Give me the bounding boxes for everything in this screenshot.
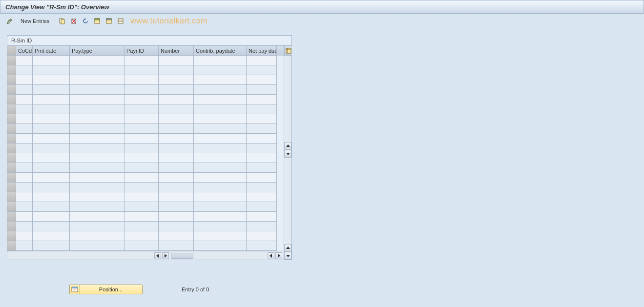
cell-payrid[interactable]: [125, 65, 159, 75]
cell-number[interactable]: [159, 134, 194, 143]
cell-payrid[interactable]: [125, 222, 159, 231]
row-selector[interactable]: [7, 231, 16, 241]
cell-pmtdate[interactable]: [33, 65, 70, 75]
cell-contrib[interactable]: [194, 75, 247, 85]
cell-cocd[interactable]: [16, 183, 33, 192]
cell-payrid[interactable]: [125, 163, 159, 173]
cell-cocd[interactable]: [16, 124, 33, 134]
cell-pmtdate[interactable]: [33, 75, 70, 85]
cell-paytype[interactable]: [70, 153, 125, 163]
row-selector[interactable]: [7, 173, 16, 183]
cell-pmtdate[interactable]: [33, 95, 70, 104]
row-selector[interactable]: [7, 143, 16, 153]
row-selector[interactable]: [7, 124, 16, 134]
cell-cocd[interactable]: [16, 212, 33, 222]
cell-paytype[interactable]: [70, 202, 125, 212]
cell-pmtdate[interactable]: [33, 202, 70, 212]
cell-payrid[interactable]: [125, 212, 159, 222]
row-selector[interactable]: [7, 85, 16, 95]
cell-cocd[interactable]: [16, 85, 33, 95]
cell-paytype[interactable]: [70, 163, 125, 173]
cell-payrid[interactable]: [125, 153, 159, 163]
table-settings-icon[interactable]: [284, 46, 292, 56]
row-selector[interactable]: [7, 95, 16, 104]
cell-number[interactable]: [159, 143, 194, 153]
cell-payrid[interactable]: [125, 95, 159, 104]
cell-payrid[interactable]: [125, 85, 159, 95]
column-header-cocd[interactable]: CoCd: [16, 46, 33, 56]
cell-netpay[interactable]: [247, 202, 277, 212]
cell-paytype[interactable]: [70, 114, 125, 124]
cell-cocd[interactable]: [16, 143, 33, 153]
cell-netpay[interactable]: [247, 95, 277, 104]
cell-number[interactable]: [159, 124, 194, 134]
scroll-down-icon[interactable]: [284, 150, 291, 158]
cell-paytype[interactable]: [70, 222, 125, 231]
cell-netpay[interactable]: [247, 222, 277, 231]
scroll-right-icon[interactable]: [162, 252, 169, 259]
cell-pmtdate[interactable]: [33, 85, 70, 95]
cell-number[interactable]: [159, 222, 194, 231]
cell-contrib[interactable]: [194, 192, 247, 202]
cell-paytype[interactable]: [70, 56, 125, 65]
cell-number[interactable]: [159, 202, 194, 212]
cell-cocd[interactable]: [16, 104, 33, 114]
cell-netpay[interactable]: [247, 75, 277, 85]
cell-contrib[interactable]: [194, 124, 247, 134]
row-selector[interactable]: [7, 134, 16, 143]
cell-number[interactable]: [159, 212, 194, 222]
cell-paytype[interactable]: [70, 212, 125, 222]
cell-number[interactable]: [159, 95, 194, 104]
cell-cocd[interactable]: [16, 241, 33, 251]
row-selector[interactable]: [7, 183, 16, 192]
cell-payrid[interactable]: [125, 56, 159, 65]
cell-cocd[interactable]: [16, 173, 33, 183]
row-selector[interactable]: [7, 104, 16, 114]
cell-pmtdate[interactable]: [33, 192, 70, 202]
cell-netpay[interactable]: [247, 65, 277, 75]
cell-paytype[interactable]: [70, 95, 125, 104]
row-selector[interactable]: [7, 202, 16, 212]
cell-number[interactable]: [159, 56, 194, 65]
cell-payrid[interactable]: [125, 173, 159, 183]
column-header-netpay[interactable]: Net pay dat: [247, 46, 277, 56]
cell-cocd[interactable]: [16, 231, 33, 241]
cell-cocd[interactable]: [16, 163, 33, 173]
cell-pmtdate[interactable]: [33, 212, 70, 222]
cell-payrid[interactable]: [125, 143, 159, 153]
cell-paytype[interactable]: [70, 183, 125, 192]
row-selector[interactable]: [7, 153, 16, 163]
cell-netpay[interactable]: [247, 143, 277, 153]
row-selector[interactable]: [7, 65, 16, 75]
cell-netpay[interactable]: [247, 241, 277, 251]
cell-pmtdate[interactable]: [33, 114, 70, 124]
cell-number[interactable]: [159, 163, 194, 173]
cell-paytype[interactable]: [70, 134, 125, 143]
cell-netpay[interactable]: [247, 114, 277, 124]
cell-netpay[interactable]: [247, 85, 277, 95]
column-header-number[interactable]: Number: [159, 46, 194, 56]
row-selector[interactable]: [7, 114, 16, 124]
cell-payrid[interactable]: [125, 183, 159, 192]
scroll-down-end-icon[interactable]: [284, 252, 291, 260]
cell-paytype[interactable]: [70, 104, 125, 114]
row-selector[interactable]: [7, 75, 16, 85]
row-selector[interactable]: [7, 192, 16, 202]
cell-payrid[interactable]: [125, 192, 159, 202]
scroll-up-end-icon[interactable]: [284, 244, 291, 252]
cell-pmtdate[interactable]: [33, 56, 70, 65]
cell-contrib[interactable]: [194, 222, 247, 231]
cell-contrib[interactable]: [194, 65, 247, 75]
cell-payrid[interactable]: [125, 104, 159, 114]
cell-netpay[interactable]: [247, 192, 277, 202]
cell-contrib[interactable]: [194, 212, 247, 222]
toggle-edit-icon[interactable]: [5, 16, 15, 26]
cell-pmtdate[interactable]: [33, 143, 70, 153]
cell-netpay[interactable]: [247, 183, 277, 192]
cell-paytype[interactable]: [70, 192, 125, 202]
cell-netpay[interactable]: [247, 56, 277, 65]
scroll-left-end-icon[interactable]: [268, 252, 274, 259]
new-entries-button[interactable]: New Entries: [17, 17, 53, 25]
cell-paytype[interactable]: [70, 143, 125, 153]
cell-contrib[interactable]: [194, 183, 247, 192]
